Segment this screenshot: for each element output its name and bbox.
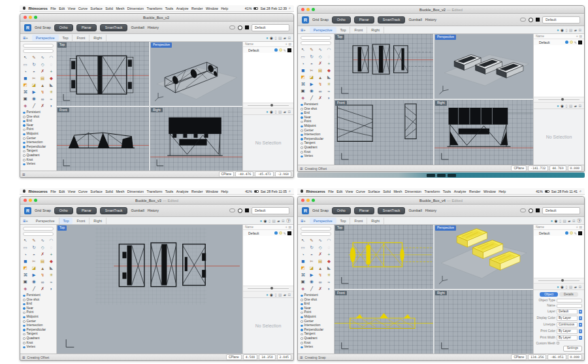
menu-item-transform[interactable]: Transform <box>146 7 162 10</box>
viewport-front[interactable]: Front <box>57 107 149 171</box>
viewport-label[interactable]: Top <box>57 225 67 231</box>
tool-icon[interactable]: ▤ <box>316 258 325 265</box>
tool-icon[interactable]: ↯ <box>316 81 325 88</box>
menu-item-surface[interactable]: Surface <box>90 7 102 10</box>
menu-item-analyze[interactable]: Analyze <box>176 190 189 193</box>
menu-item-view[interactable]: View <box>346 190 353 193</box>
osnap-item[interactable]: Center <box>299 320 333 324</box>
tool-icon[interactable]: ╱ <box>29 286 38 293</box>
tab-perspective[interactable]: Perspective <box>310 27 336 33</box>
target-display-icon[interactable]: ◉ <box>561 284 564 290</box>
tool-icon[interactable]: ✗ <box>39 286 47 293</box>
page-icon[interactable]: ▯ <box>565 103 567 108</box>
monitor-icon[interactable]: ⊟ <box>578 284 581 290</box>
osnap-checkbox[interactable] <box>301 121 303 124</box>
camera-icon[interactable]: ▰ <box>574 103 577 108</box>
layer-row[interactable]: Default✎ <box>243 230 293 236</box>
tool-icon[interactable]: ▣ <box>299 278 307 286</box>
active-layer-color-swatch[interactable] <box>245 25 249 29</box>
app-menu-title[interactable]: Rhinoceros <box>29 7 48 10</box>
tool-icon[interactable]: ◆ <box>325 67 333 74</box>
tool-icon[interactable]: + <box>47 68 56 75</box>
menu-item-view[interactable]: View <box>68 7 75 10</box>
tool-search-field[interactable] <box>301 227 331 231</box>
tool-icon[interactable]: ◗ <box>47 286 56 293</box>
osnap-item[interactable]: Persistent <box>21 110 56 115</box>
tool-icon[interactable]: ▭ <box>21 244 29 252</box>
osnap-checkbox[interactable] <box>23 159 25 161</box>
new-layer-icon[interactable]: + <box>286 225 287 229</box>
add-viewport-icon[interactable]: + <box>304 218 306 223</box>
osnap-checkbox[interactable] <box>301 320 303 323</box>
target-display-icon[interactable]: ◉ <box>561 27 564 33</box>
monitor-icon[interactable]: ⊟ <box>578 103 581 108</box>
menu-item-view[interactable]: View <box>68 190 75 193</box>
minimize-button[interactable] <box>306 199 310 202</box>
active-layer-color-swatch[interactable] <box>536 18 540 22</box>
menu-item-window[interactable]: Window <box>206 7 218 10</box>
tool-search-field-2[interactable] <box>23 232 54 236</box>
layer-visibility-icon[interactable] <box>274 231 278 235</box>
tool-icon[interactable]: ✎ <box>29 54 38 61</box>
menu-item-render[interactable]: Render <box>469 190 480 193</box>
osnap-item[interactable]: Intersection <box>299 133 333 137</box>
osnap-checkbox[interactable] <box>301 104 303 107</box>
osnap-checkbox[interactable] <box>23 295 25 297</box>
viewport-label[interactable]: Front <box>335 291 347 296</box>
tool-icon[interactable]: ↯ <box>39 272 47 279</box>
dock-app-icon[interactable] <box>437 174 446 177</box>
tool-icon[interactable]: ✳ <box>47 272 56 279</box>
osnap-item[interactable]: Midpoint <box>21 132 56 137</box>
tool-icon[interactable]: ∿ <box>316 237 325 244</box>
layer-lock-icon[interactable] <box>570 231 573 235</box>
tool-icon[interactable]: ✎ <box>307 46 316 54</box>
osnap-item[interactable]: Quadrant <box>299 337 333 341</box>
tool-icon[interactable]: ≈ <box>325 88 333 95</box>
osnap-item[interactable]: Persistent <box>299 293 333 298</box>
layer-edit-icon[interactable]: ✎ <box>574 41 577 44</box>
layer-list-icon[interactable]: ▤ <box>579 35 582 38</box>
tool-icon[interactable]: ◈ <box>299 95 307 102</box>
layer-select[interactable]: Default <box>542 207 580 214</box>
osnap-checkbox[interactable] <box>301 129 303 132</box>
menu-item-help[interactable]: Help <box>221 7 228 10</box>
menu-item-edit[interactable]: Edit <box>59 7 65 10</box>
shaded-sphere-icon[interactable]: ● <box>557 284 559 290</box>
viewport-label[interactable]: Top <box>335 35 344 40</box>
osnap-item[interactable]: Center <box>21 137 56 141</box>
planar-button[interactable]: Planar <box>76 207 97 214</box>
osnap-item[interactable]: End <box>21 302 56 306</box>
osnap-item[interactable]: Center <box>299 129 333 133</box>
active-layer-color-swatch[interactable] <box>245 208 249 212</box>
tool-icon[interactable]: ▶ <box>307 272 316 279</box>
tool-icon[interactable]: ▭ <box>299 54 307 61</box>
osnap-item[interactable]: Vertex <box>299 154 333 159</box>
tool-icon[interactable]: ◔ <box>299 251 307 258</box>
close-button[interactable] <box>24 199 27 202</box>
gumball-label[interactable]: Gumball <box>408 18 421 22</box>
shaded-sphere-icon[interactable]: ● <box>266 292 268 297</box>
layer-lock-icon[interactable] <box>279 48 282 52</box>
tool-icon[interactable]: ◉ <box>29 278 38 286</box>
osnap-item[interactable]: Quadrant <box>299 146 333 150</box>
osnap-item[interactable]: Perpendicular <box>21 328 56 333</box>
menu-item-file[interactable]: File <box>50 190 56 193</box>
tool-icon[interactable]: ↻ <box>307 54 316 61</box>
smarttrack-button[interactable]: SmartTrack <box>378 16 406 24</box>
properties-tab-details[interactable]: Details <box>559 292 578 297</box>
page-icon[interactable]: ▯ <box>269 218 270 223</box>
tool-icon[interactable]: ◔ <box>21 68 29 75</box>
menu-item-dimension[interactable]: Dimension <box>127 7 144 10</box>
osnap-checkbox[interactable] <box>301 151 303 154</box>
record-mode-icon[interactable] <box>529 208 533 213</box>
camera-icon[interactable]: ▰ <box>574 27 577 33</box>
osnap-checkbox[interactable] <box>301 138 303 141</box>
camera-icon[interactable]: ▰ <box>284 292 286 297</box>
tool-icon[interactable]: ✳ <box>325 81 333 88</box>
osnap-checkbox[interactable] <box>301 295 303 297</box>
viewport-perspective[interactable]: Perspective <box>434 34 533 99</box>
tool-icon[interactable]: ◇ <box>39 61 47 69</box>
tool-icon[interactable]: ◠ <box>325 46 333 54</box>
page-icon[interactable]: ▯ <box>274 292 276 297</box>
layer-select[interactable]: Default <box>252 207 289 214</box>
